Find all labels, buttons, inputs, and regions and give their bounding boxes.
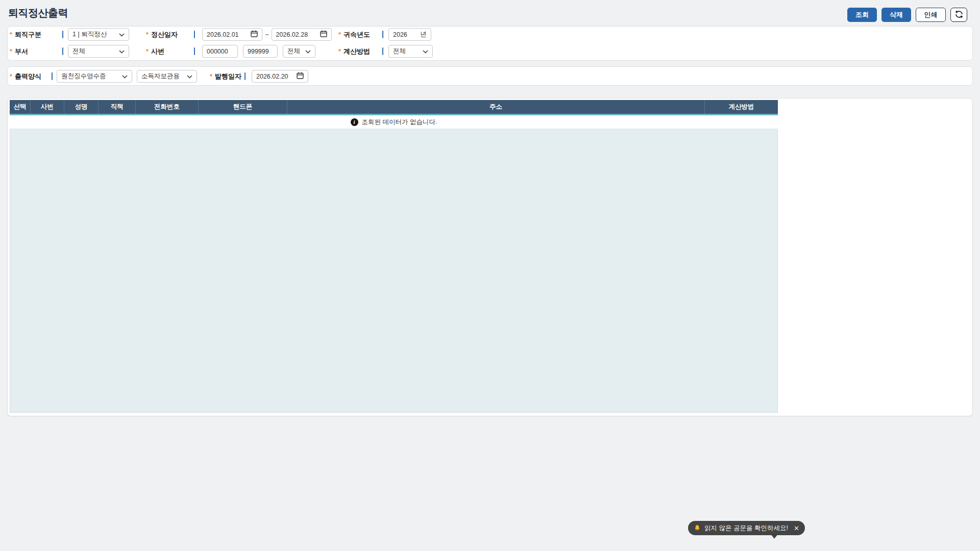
department-label: * 부서: [10, 47, 62, 56]
required-mark: *: [146, 47, 149, 55]
column-header-name[interactable]: 성명: [64, 100, 99, 114]
toast-close-button[interactable]: ✕: [794, 524, 799, 532]
toast-message: 읽지 않은 공문을 확인하세요!: [704, 524, 788, 533]
notification-toast: 읽지 않은 공문을 확인하세요! ✕: [688, 521, 805, 535]
chevron-down-icon: [423, 48, 428, 55]
filter-panel: * 퇴직구분 1 | 퇴직정산 * 정산일자 2026.02.01: [7, 26, 973, 61]
label-separator: [52, 72, 53, 80]
calendar-icon[interactable]: [297, 72, 304, 81]
search-button[interactable]: 조회: [847, 8, 877, 22]
required-mark: *: [10, 31, 12, 38]
issue-date-label: * 발행일자: [210, 72, 244, 81]
output-row: * 출력양식 원천징수영수증 소득자보관용 * 발행일자: [8, 70, 972, 83]
output-format-label: * 출력양식: [10, 72, 52, 81]
field-retirement-type: * 퇴직구분 1 | 퇴직정산: [10, 28, 129, 41]
retirement-type-label: * 퇴직구분: [10, 30, 62, 39]
calendar-icon[interactable]: [251, 30, 258, 39]
empty-state-message: 조회된 데이터가 없습니다.: [362, 118, 437, 127]
bell-icon: [694, 524, 701, 532]
label-separator: [382, 31, 383, 38]
print-button[interactable]: 인쇄: [916, 8, 946, 22]
attribution-year-input[interactable]: 2026 년: [388, 28, 431, 41]
required-mark: *: [146, 31, 149, 38]
label-separator: [194, 31, 195, 38]
required-mark: *: [338, 47, 341, 55]
column-header-employee-no[interactable]: 사번: [31, 100, 64, 114]
required-mark: *: [210, 72, 212, 80]
issue-date-input[interactable]: 2026.02.20: [252, 70, 308, 83]
delete-button[interactable]: 삭제: [881, 8, 911, 22]
calc-method-select[interactable]: 전체: [388, 45, 433, 58]
label-separator: [194, 47, 195, 55]
date-range-tilde: ~: [265, 31, 269, 38]
filter-row-2: * 부서 전체 * 사번 000000 999999: [8, 45, 972, 58]
department-select[interactable]: 전체: [68, 45, 129, 58]
required-mark: *: [338, 31, 341, 38]
column-header-mobile[interactable]: 핸드폰: [199, 100, 287, 114]
employee-no-label: * 사번: [146, 47, 194, 56]
calendar-icon[interactable]: [320, 30, 327, 39]
info-icon: i: [351, 118, 358, 126]
year-suffix: 년: [421, 30, 427, 39]
column-header-position[interactable]: 직책: [99, 100, 136, 114]
refresh-icon: [954, 10, 964, 20]
label-separator: [62, 47, 63, 55]
employee-no-from-input[interactable]: 000000: [202, 45, 238, 58]
output-panel: * 출력양식 원천징수영수증 소득자보관용 * 발행일자: [7, 66, 973, 86]
result-grid: 선택 사번 성명 직책 전화번호 핸드폰 주소 계산방법 i 조회된 데이터가 …: [10, 100, 778, 413]
settlement-date-to-input[interactable]: 2026.02.28: [272, 28, 332, 41]
field-employee-no: * 사번 000000 999999 전체: [146, 45, 315, 58]
grid-empty-area: [10, 129, 778, 413]
chevron-down-icon: [122, 73, 128, 80]
field-department: * 부서 전체: [10, 45, 129, 58]
label-separator: [62, 31, 63, 38]
output-format-select[interactable]: 원천징수영수증: [57, 70, 132, 83]
page-title: 퇴직정산출력: [8, 6, 68, 20]
column-header-select[interactable]: 선택: [10, 100, 31, 114]
employee-no-select[interactable]: 전체: [283, 45, 315, 58]
column-header-phone[interactable]: 전화번호: [136, 100, 199, 114]
grid-panel: 선택 사번 성명 직책 전화번호 핸드폰 주소 계산방법 i 조회된 데이터가 …: [7, 98, 973, 416]
field-calc-method: * 계산방법 전체: [338, 45, 433, 58]
settlement-date-label: * 정산일자: [146, 30, 194, 39]
empty-state-row: i 조회된 데이터가 없습니다.: [10, 115, 778, 129]
grid-header-row: 선택 사번 성명 직책 전화번호 핸드폰 주소 계산방법: [10, 100, 778, 114]
toolbar: 조회 삭제 인쇄: [847, 8, 967, 22]
field-output-format: * 출력양식 원천징수영수증 소득자보관용: [10, 70, 197, 83]
refresh-button[interactable]: [950, 8, 967, 22]
required-mark: *: [10, 47, 12, 55]
column-header-address[interactable]: 주소: [287, 100, 705, 114]
field-attribution-year: * 귀속년도 2026 년: [338, 28, 431, 41]
required-mark: *: [10, 72, 12, 80]
chevron-down-icon: [119, 31, 125, 38]
copy-type-select[interactable]: 소득자보관용: [137, 70, 197, 83]
chevron-down-icon: [187, 73, 192, 80]
employee-no-to-input[interactable]: 999999: [243, 45, 278, 58]
label-separator: [244, 72, 246, 80]
settlement-date-from-input[interactable]: 2026.02.01: [202, 28, 262, 41]
filter-row-1: * 퇴직구분 1 | 퇴직정산 * 정산일자 2026.02.01: [8, 28, 972, 41]
field-issue-date: * 발행일자 2026.02.20: [210, 70, 308, 83]
attribution-year-label: * 귀속년도: [338, 30, 382, 39]
chevron-down-icon: [305, 48, 311, 55]
chevron-down-icon: [119, 48, 125, 55]
label-separator: [382, 47, 383, 55]
column-header-calc-method[interactable]: 계산방법: [705, 100, 778, 114]
calc-method-label: * 계산방법: [338, 47, 382, 56]
retirement-type-select[interactable]: 1 | 퇴직정산: [68, 28, 129, 41]
field-settlement-date: * 정산일자 2026.02.01 ~ 2026.02.28: [146, 28, 332, 41]
